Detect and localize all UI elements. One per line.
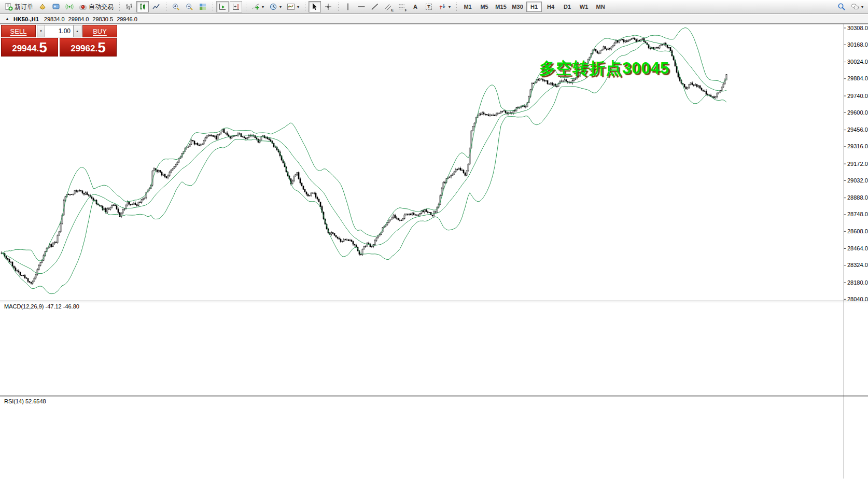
templates-button[interactable]: ▾ xyxy=(285,1,301,12)
svg-text:28180.0: 28180.0 xyxy=(847,279,868,286)
crosshair-tool-button[interactable] xyxy=(322,1,334,12)
text-label-tool-button[interactable]: T xyxy=(423,1,435,12)
arrows-tool-button[interactable]: ▾ xyxy=(436,1,453,12)
svg-text:29316.0: 29316.0 xyxy=(847,143,868,149)
dropdown-icon[interactable]: ▾ xyxy=(279,5,282,9)
toolbar-separator xyxy=(164,2,167,12)
volume-input[interactable]: 1.00 xyxy=(45,25,73,37)
buy-button[interactable]: BUY xyxy=(82,25,117,37)
dropdown-icon[interactable]: ▾ xyxy=(297,5,299,9)
metaeditor-button[interactable] xyxy=(36,1,49,12)
zoom-out-button[interactable] xyxy=(183,1,195,12)
trendline-icon xyxy=(371,3,379,11)
toolbar-separator xyxy=(211,2,214,12)
svg-text:30308.0: 30308.0 xyxy=(847,25,868,31)
chat-icon xyxy=(851,3,859,11)
toolbar-separator xyxy=(337,2,340,12)
ohlc-low: 29830.5 xyxy=(92,16,113,22)
svg-text:29456.0: 29456.0 xyxy=(847,126,868,133)
auto-scroll-icon xyxy=(218,3,227,11)
search-icon xyxy=(837,3,846,11)
trendline-tool-button[interactable] xyxy=(369,1,381,12)
bar-chart-icon xyxy=(125,3,133,11)
chart-window-header: ▲ HK50-,H1 29834.0 29984.0 29830.5 29946… xyxy=(0,15,868,24)
indicators-button[interactable]: ▾ xyxy=(249,1,266,12)
chart-text-annotation[interactable]: 多空转折点30045 xyxy=(539,58,669,79)
text-tool-button[interactable]: A xyxy=(409,1,422,12)
cursor-tool-button[interactable] xyxy=(309,1,321,12)
crosshair-icon xyxy=(324,3,332,11)
signals-icon xyxy=(65,3,74,11)
periods-button[interactable]: ▾ xyxy=(267,1,284,12)
timeframe-m30[interactable]: M30 xyxy=(510,2,525,12)
template-icon xyxy=(287,3,295,11)
candlestick-chart-icon xyxy=(138,3,147,11)
tile-windows-button[interactable] xyxy=(197,1,209,12)
horizontal-line-tool-button[interactable] xyxy=(355,1,368,12)
autotrading-button[interactable]: 自动交易 xyxy=(77,1,116,12)
buy-price-display[interactable]: 29962.5 xyxy=(60,38,117,57)
timeframe-d1[interactable]: D1 xyxy=(559,2,575,12)
chart-shift-button[interactable] xyxy=(230,1,242,12)
macd-indicator-label: MACD(12,26,9) -47.12 -46.80 xyxy=(4,303,79,310)
sell-price-display[interactable]: 29944.5 xyxy=(1,38,58,57)
svg-text:28464.0: 28464.0 xyxy=(847,245,868,251)
volume-increase-button[interactable]: ▲ xyxy=(73,25,81,37)
ohlc-high: 29984.0 xyxy=(68,16,89,22)
timeframe-m5[interactable]: M5 xyxy=(477,2,492,12)
fibonacci-letter: F xyxy=(405,8,407,12)
timeframe-w1[interactable]: W1 xyxy=(576,2,592,12)
text-tool-icon: A xyxy=(413,4,417,10)
toolbar-separator xyxy=(244,2,247,12)
chat-button[interactable]: ▾ xyxy=(849,1,865,12)
tile-windows-icon xyxy=(199,3,207,11)
search-button[interactable] xyxy=(835,1,848,12)
autotrading-label: 自动交易 xyxy=(89,3,114,11)
bar-chart-button[interactable] xyxy=(123,1,135,12)
arrows-icon xyxy=(438,3,446,11)
timeframe-mn[interactable]: MN xyxy=(593,2,608,12)
candlestick-chart-button[interactable] xyxy=(136,1,149,12)
sell-button[interactable]: SELL xyxy=(1,25,36,37)
new-order-label: 新订单 xyxy=(15,3,33,11)
signals-button[interactable] xyxy=(63,1,76,12)
svg-text:28040.0: 28040.0 xyxy=(847,296,868,302)
equidistant-channel-tool-button[interactable]: E xyxy=(382,1,395,12)
toolbar-separator xyxy=(455,2,458,12)
new-order-button[interactable]: 新订单 xyxy=(3,1,35,12)
dropdown-icon[interactable]: ▾ xyxy=(262,5,264,9)
line-chart-icon xyxy=(152,3,160,11)
chart-area[interactable]: 30308.030168.030024.029884.029740.029600… xyxy=(0,24,868,492)
cursor-icon xyxy=(311,3,319,11)
zoom-in-button[interactable] xyxy=(170,1,182,12)
line-chart-button[interactable] xyxy=(150,1,162,12)
new-order-icon xyxy=(5,3,13,11)
terminal-window-button[interactable] xyxy=(50,1,62,12)
price-axis[interactable]: 30308.030168.030024.029884.029740.029600… xyxy=(844,25,868,302)
dropdown-icon[interactable]: ▾ xyxy=(449,5,451,9)
ohlc-close: 29946.0 xyxy=(117,16,137,22)
dropdown-icon[interactable]: ▾ xyxy=(861,5,863,9)
svg-text:29884.0: 29884.0 xyxy=(847,75,868,81)
fibonacci-tool-button[interactable]: F xyxy=(396,1,408,12)
ohlc-open: 29834.0 xyxy=(44,16,65,22)
autotrading-icon xyxy=(79,3,87,11)
auto-scroll-button[interactable] xyxy=(216,1,229,12)
svg-text:30024.0: 30024.0 xyxy=(847,59,868,65)
svg-text:29032.0: 29032.0 xyxy=(847,177,868,184)
symbol-period-label: HK50-,H1 xyxy=(13,16,39,22)
svg-text:29740.0: 29740.0 xyxy=(847,93,868,99)
clock-icon xyxy=(269,3,277,11)
rsi-indicator-label: RSI(14) 52.6548 xyxy=(4,398,46,404)
svg-text:28748.0: 28748.0 xyxy=(847,211,868,217)
collapse-icon[interactable]: ▲ xyxy=(5,17,9,21)
svg-text:30168.0: 30168.0 xyxy=(847,41,868,48)
timeframe-h4[interactable]: H4 xyxy=(543,2,558,12)
volume-decrease-button[interactable]: ▼ xyxy=(37,25,45,37)
timeframe-h1[interactable]: H1 xyxy=(526,2,542,12)
vertical-line-tool-button[interactable] xyxy=(342,1,354,12)
timeframe-m15[interactable]: M15 xyxy=(493,2,509,12)
timeframe-m1[interactable]: M1 xyxy=(460,2,475,12)
pane-borders xyxy=(0,24,868,479)
text-label-icon: T xyxy=(426,4,432,10)
